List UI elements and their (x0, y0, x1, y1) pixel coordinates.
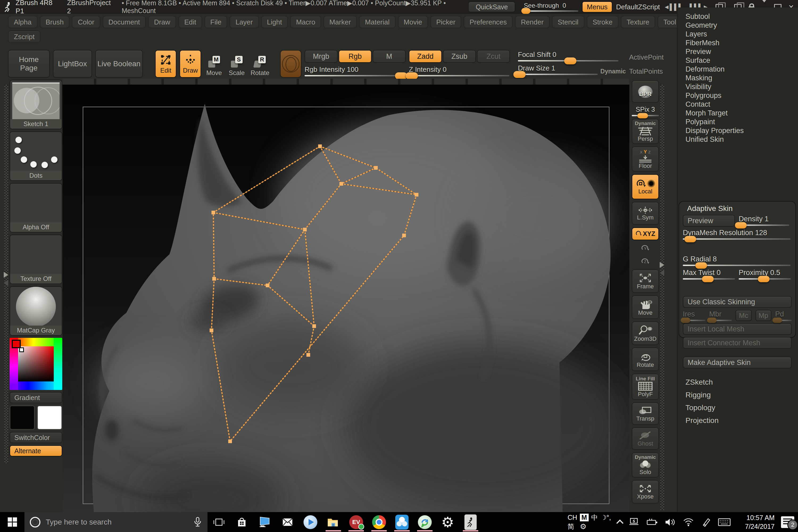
sculpt-viewport[interactable] (62, 84, 629, 512)
section-contact[interactable]: Contact (678, 100, 798, 109)
ime-indicator[interactable]: CH M 中 ☽°, 简 ⚙ (568, 513, 611, 531)
dynamesh-track[interactable] (683, 238, 791, 240)
hue-strip-right[interactable] (54, 338, 62, 390)
touch-keyboard-icon[interactable] (718, 517, 731, 527)
max-twist-handle[interactable] (702, 276, 714, 282)
pd-track[interactable] (775, 320, 792, 321)
current-material-thumbnail[interactable] (280, 50, 301, 78)
ires-track[interactable] (683, 320, 705, 321)
g-radial-track[interactable] (683, 265, 791, 266)
menu-file[interactable]: File (205, 16, 227, 28)
menu-edit[interactable]: Edit (178, 16, 202, 28)
rotate-mode-button[interactable]: R Rotate (249, 50, 270, 78)
zadd-button[interactable]: Zadd (409, 50, 442, 63)
alternate-button[interactable]: Alternate (10, 445, 62, 456)
section-rigging[interactable]: Rigging (678, 388, 798, 401)
wifi-icon[interactable] (683, 518, 694, 527)
z-intensity-track[interactable] (409, 75, 509, 76)
draw-size-track[interactable] (518, 74, 598, 75)
settings-button[interactable]: ⚙ (436, 512, 459, 532)
see-through-slider[interactable]: See-through 0 (524, 2, 578, 12)
gradient-button[interactable]: Gradient (10, 392, 62, 403)
scroll-left-icon[interactable] (4, 280, 8, 286)
dynamesh-resolution-slider[interactable]: DynaMesh Resolution 128 (683, 229, 791, 240)
remote-desktop-button[interactable] (253, 512, 276, 532)
menu-brush[interactable]: Brush (40, 16, 70, 28)
menu-texture[interactable]: Texture (621, 16, 655, 28)
canvas-right-scrollbar[interactable] (660, 84, 664, 510)
mc-button[interactable]: Mc (736, 310, 752, 321)
sync-app-button[interactable] (413, 512, 436, 532)
scale-mode-button[interactable]: S Scale (227, 50, 246, 78)
scroll-left-icon[interactable] (660, 270, 664, 276)
insert-connector-mesh-button[interactable]: Insert Connector Mesh (683, 337, 792, 349)
section-preview[interactable]: Preview (678, 48, 798, 56)
ime-ch[interactable]: CH (568, 514, 577, 521)
start-button[interactable] (0, 512, 24, 532)
mbr-track[interactable] (709, 320, 732, 321)
g-radial-slider[interactable]: G Radial 8 (683, 255, 791, 266)
pd-handle[interactable] (773, 318, 782, 323)
mp-button[interactable]: Mp (756, 310, 772, 321)
transparency-button[interactable]: Transp (632, 402, 659, 425)
menu-layer[interactable]: Layer (230, 16, 259, 28)
rgb-intensity-slider[interactable]: Rgb Intensity 100 (305, 65, 405, 76)
z-symmetry-button[interactable]: Z (632, 256, 659, 267)
ime-lang[interactable]: 中 (591, 513, 598, 522)
z-intensity-handle[interactable] (406, 72, 418, 79)
density-slider[interactable]: Density 1 (739, 215, 789, 226)
material-thumbnail[interactable]: MatCap Gray (10, 286, 62, 336)
dynamesh-handle[interactable] (684, 236, 696, 242)
section-layers[interactable]: Layers (678, 30, 798, 39)
floor-grid-button[interactable]: x Y z Floor (632, 147, 659, 172)
chrome-button[interactable] (367, 512, 391, 532)
focal-shift-track[interactable] (518, 60, 619, 61)
store-button[interactable] (230, 512, 253, 532)
live-boolean-button[interactable]: Live Boolean (95, 50, 143, 78)
section-geometry[interactable]: Geometry (678, 21, 798, 30)
section-deformation[interactable]: Deformation (678, 65, 798, 74)
ime-mode[interactable]: M (580, 514, 589, 521)
section-projection[interactable]: Projection (678, 414, 798, 427)
bpr-render-button[interactable]: BPR (632, 80, 659, 103)
rgb-intensity-track[interactable] (305, 75, 405, 76)
color-cursor[interactable] (19, 347, 24, 352)
density-handle[interactable] (735, 222, 747, 228)
local-transform-button[interactable]: Local (632, 174, 659, 199)
ires-slider[interactable]: Ires (683, 310, 705, 321)
quicksave-button[interactable]: QuickSave (468, 2, 515, 12)
xpose-button[interactable]: Xpose (632, 480, 659, 504)
proximity-track[interactable] (739, 278, 791, 280)
current-brush-thumbnail[interactable]: Sketch 1 (10, 80, 62, 129)
zsub-button[interactable]: Zsub (443, 50, 476, 63)
browser-app-button[interactable] (299, 512, 322, 532)
home-page-button[interactable]: Home Page (8, 50, 50, 78)
expressvpn-button[interactable]: EV (345, 512, 367, 532)
action-center-button[interactable]: 2 (781, 516, 794, 528)
section-surface[interactable]: Surface (678, 56, 798, 65)
zoom3d-button[interactable]: Zoom3D (632, 322, 659, 345)
tray-expand-chevron-icon[interactable] (616, 519, 624, 527)
mrgb-button[interactable]: Mrgb (305, 50, 338, 63)
make-adaptive-skin-button[interactable]: Make Adaptive Skin (683, 357, 792, 368)
scroll-right-icon[interactable] (4, 272, 8, 278)
rgb-button[interactable]: Rgb (339, 50, 372, 63)
rotate-canvas-button[interactable]: Rotate (632, 348, 659, 371)
proximity-slider[interactable]: Proximity 0.5 (739, 269, 791, 280)
rgb-intensity-handle[interactable] (395, 72, 407, 79)
scroll-right-icon[interactable] (660, 262, 664, 268)
section-subtool[interactable]: Subtool (678, 12, 798, 21)
edit-mode-button[interactable]: Edit (155, 50, 177, 78)
pen-icon[interactable] (701, 517, 711, 527)
menu-stroke[interactable]: Stroke (587, 16, 619, 28)
menu-color[interactable]: Color (72, 16, 100, 28)
ime-simplified[interactable]: 简 (568, 522, 577, 531)
task-view-button[interactable] (208, 512, 230, 532)
dynamic-draw-size-toggle[interactable]: Dynamic (600, 68, 626, 75)
main-color-swatch[interactable] (10, 405, 35, 430)
microphone-icon[interactable] (193, 516, 202, 528)
see-through-track[interactable] (524, 11, 578, 12)
menu-alpha[interactable]: Alpha (8, 16, 38, 28)
menu-material[interactable]: Material (359, 16, 395, 28)
menu-zscript[interactable]: Zscript (8, 31, 40, 43)
